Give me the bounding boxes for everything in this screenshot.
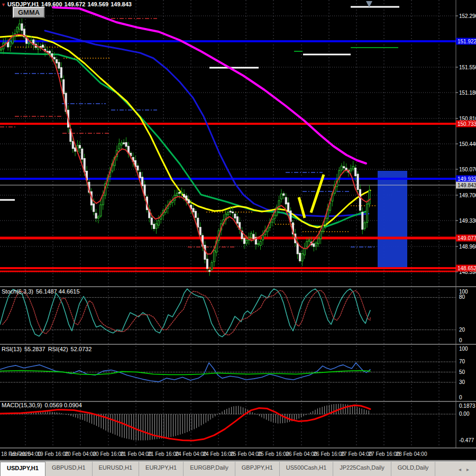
chart-tab-gbpusd-h1[interactable]: GBPUSD,H1 [45, 462, 93, 476]
chart-tab-jp225cash-daily[interactable]: JP225Cash,Daily [333, 462, 391, 476]
chart-tab-usdjpy-h1[interactable]: USDJPY,H1 [0, 462, 45, 476]
candle-body [364, 223, 365, 228]
chart-tab-gbpjpy-h1[interactable]: GBPJPY,H1 [235, 462, 280, 476]
candle-body [16, 28, 18, 32]
chart-tab-us500cash-h1[interactable]: US500Cash,H1 [280, 462, 333, 476]
candle-body [258, 243, 259, 244]
candle-body [262, 235, 263, 240]
time-axis-label: 20 Feb 16:00 [93, 451, 124, 457]
candle-body [199, 227, 201, 235]
macd-values: 0.0569 0.0904 [44, 402, 81, 408]
chart-tab-gold-daily[interactable]: GOLD,Daily [391, 462, 436, 476]
candle-body [283, 194, 285, 195]
candle-body [343, 167, 345, 168]
stoch-axis-label: 20 [459, 327, 465, 333]
price-axis-badge-label: 149.932 [457, 176, 476, 182]
rsi-axis-label: 70 [459, 359, 465, 364]
candle-body [81, 149, 83, 160]
macd-axis-label: 0.1873 [459, 403, 475, 409]
time-axis-label: 24 Feb 16:00 [203, 451, 234, 457]
candle-body [204, 245, 206, 259]
chart-tab-eurgbp-daily[interactable]: EURGBP,Daily [184, 462, 235, 476]
stoch-values: 56.1487 44.6615 [36, 288, 80, 295]
candle-body [193, 208, 194, 212]
candle-body [234, 214, 236, 218]
candle-body [10, 42, 11, 47]
candle-body [139, 172, 141, 178]
macd-indicator-label: MACD(15,30,9)0.0569 0.0904 [2, 402, 85, 408]
candle-body [213, 250, 215, 261]
stoch-indicator-label: Stoch(6,3,3)56.1487 44.6615 [2, 288, 83, 295]
tab-scroll-left-icon[interactable]: ◂ [456, 466, 464, 472]
candle-body [288, 203, 289, 212]
price-axis-label: 150.070 [459, 167, 476, 172]
time-axis-label: 26 Feb 16:00 [314, 451, 345, 457]
candle-body [176, 193, 178, 195]
candle-body [253, 234, 254, 239]
red-fast-ma-line [0, 34, 370, 254]
candle-body [313, 244, 315, 246]
candle-body [345, 168, 347, 170]
candle-body [153, 224, 155, 229]
candle-body [63, 80, 65, 94]
stoch-axis-label: 80 [459, 294, 465, 300]
candle-body [93, 204, 95, 212]
time-axis-label: 19 Feb 04:00 [10, 451, 41, 457]
rsi-fast-name: RSI(13) [2, 346, 22, 352]
gmma-green-ma-line [0, 53, 368, 227]
time-axis-label: 25 Feb 16:00 [258, 451, 289, 457]
rsi-axis-label: 100 [459, 346, 468, 352]
candle-body [350, 169, 352, 171]
price-chart-canvas[interactable]: 152.290151.550151.180150.810150.440150.0… [0, 0, 476, 461]
candle-body [95, 213, 97, 218]
chart-tab-eurusd-h1[interactable]: EURUSD,H1 [93, 462, 140, 476]
candle-body [79, 145, 80, 148]
candle-body [236, 217, 238, 223]
time-axis-label: 28 Feb 04:00 [396, 451, 427, 457]
time-axis-label: 27 Feb 16:00 [369, 451, 400, 457]
candle-body [367, 204, 368, 223]
rsi-axis-label: 30 [459, 379, 465, 385]
candle-body [357, 174, 359, 189]
candle-body [42, 45, 43, 47]
candle-body [306, 242, 308, 246]
candle-body [227, 212, 229, 215]
macd-name: MACD(15,30,9) [2, 402, 42, 408]
rsi-slow-value: 52.0732 [71, 346, 92, 352]
candle-body [230, 211, 231, 212]
candle-body [155, 224, 157, 228]
chart-tabs-bar: USDJPY,H1GBPUSD,H1EURUSD,H1EURJPY,H1EURG… [0, 461, 476, 476]
time-axis-label: 27 Feb 04:00 [341, 451, 372, 457]
macd-axis-label: -0.477 [459, 437, 474, 443]
price-axis-label: 149.330 [459, 218, 476, 224]
candle-body [179, 193, 180, 194]
rsi-axis-label: 50 [459, 369, 465, 375]
stoch-name: Stoch(6,3,3) [2, 288, 33, 295]
chart-tab-eurjpy-h1[interactable]: EURJPY,H1 [139, 462, 184, 476]
price-axis-badge-label: 148.652 [457, 266, 476, 271]
candle-body [355, 168, 356, 176]
price-axis-label: 151.550 [459, 65, 476, 70]
candle-body [56, 60, 58, 63]
candle-body [158, 221, 159, 225]
price-axis-label: 148.960 [459, 244, 476, 250]
candle-body [125, 142, 127, 146]
price-axis-label: 149.700 [459, 193, 476, 198]
candle-body [341, 166, 342, 170]
candle-body [285, 197, 287, 204]
mt4-window: 152.290151.550151.180150.810150.440150.0… [0, 0, 476, 476]
candle-body [184, 194, 185, 197]
candle-body [60, 68, 62, 78]
candle-body [72, 141, 74, 149]
macd-axis-label: 0.00 [459, 411, 470, 417]
candle-body [186, 196, 187, 200]
tab-scroll-right-icon[interactable]: ▸ [464, 466, 472, 472]
tab-scroll-controls: ◂▸ [456, 462, 476, 476]
candle-body [181, 193, 182, 194]
candle-body [273, 215, 275, 219]
candle-body [246, 240, 248, 243]
candle-body [142, 177, 143, 186]
time-axis-label: 21 Feb 04:00 [121, 451, 152, 457]
candle-body [151, 218, 152, 225]
candle-body [58, 62, 60, 68]
